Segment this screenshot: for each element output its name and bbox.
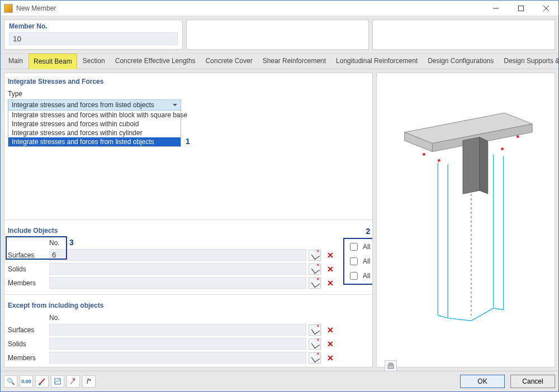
except-surfaces-input[interactable]	[49, 324, 306, 336]
delete-icon[interactable]: ✕	[324, 264, 337, 275]
tab-section[interactable]: Section	[78, 54, 110, 69]
tab-result-beam[interactable]: Result Beam	[29, 54, 77, 69]
tab-concrete-cover[interactable]: Concrete Cover	[201, 54, 257, 69]
member-no-input[interactable]	[9, 32, 178, 45]
svg-line-23	[55, 380, 60, 383]
svg-text:✕: ✕	[72, 377, 76, 382]
delete-icon[interactable]: ✕	[324, 278, 337, 289]
delete-icon[interactable]: ✕	[324, 250, 337, 261]
annotation-1: 1	[186, 137, 190, 146]
all-label: All	[363, 257, 370, 265]
type-option[interactable]: Integrate stresses and forces within cub…	[8, 119, 181, 128]
top-spacer-2	[372, 20, 555, 50]
include-no-header: No.	[49, 239, 306, 247]
toolbar-graphic-icon[interactable]	[51, 375, 64, 388]
app-icon	[4, 4, 13, 13]
svg-marker-7	[463, 137, 480, 194]
tab-main[interactable]: Main	[4, 54, 27, 69]
except-title: Except from including objects	[8, 302, 369, 309]
type-label: Type	[8, 90, 369, 98]
toolbar-clear-icon[interactable]: ✕	[67, 375, 80, 388]
pick-icon[interactable]	[309, 278, 321, 289]
except-solids-input[interactable]	[49, 338, 306, 350]
except-no-header: No.	[49, 314, 306, 322]
include-solids-input[interactable]	[49, 263, 306, 275]
include-row-label: Surfaces	[8, 251, 47, 259]
pick-icon[interactable]	[309, 324, 321, 336]
delete-icon[interactable]: ✕	[324, 338, 337, 350]
type-dropdown-list[interactable]: Integrate stresses and forces within blo…	[8, 111, 181, 147]
include-surfaces-input[interactable]	[49, 249, 306, 261]
type-option[interactable]: Integrate stresses and forces within cyl…	[8, 128, 181, 137]
except-row-label: Solids	[8, 340, 47, 348]
tab-concrete-effective-lengths[interactable]: Concrete Effective Lengths	[111, 54, 200, 69]
type-option[interactable]: Integrate stresses and forces from liste…	[8, 137, 181, 146]
type-dropdown[interactable]: Integrate stresses and forces from liste…	[8, 99, 181, 111]
toolbar-units-icon[interactable]: 0.00	[20, 375, 33, 388]
except-row-label: Members	[8, 354, 47, 362]
svg-point-15	[501, 147, 504, 150]
annotation-2: 2	[366, 227, 371, 236]
window-title: New Member	[16, 4, 483, 12]
annotation-3: 3	[69, 238, 74, 247]
maximize-button[interactable]	[508, 1, 533, 16]
all-surfaces-checkbox[interactable]	[350, 243, 358, 251]
type-option[interactable]: Integrate stresses and forces within blo…	[8, 111, 181, 119]
svg-point-17	[517, 135, 519, 138]
toolbar-help-icon[interactable]: 🔍	[4, 375, 17, 388]
include-title: Include Objects	[8, 227, 369, 235]
minimize-button[interactable]	[483, 1, 508, 16]
close-button[interactable]	[533, 1, 558, 16]
svg-rect-19	[389, 363, 392, 365]
all-label: All	[363, 272, 370, 280]
all-members-checkbox[interactable]	[350, 272, 358, 280]
tab-longitudinal-reinforcement[interactable]: Longitudinal Reinforcement	[331, 54, 422, 69]
svg-point-16	[423, 153, 425, 156]
svg-marker-8	[480, 137, 488, 194]
preview-3d[interactable]	[382, 79, 549, 358]
cancel-button[interactable]: Cancel	[510, 375, 555, 388]
integrate-title: Integrate Stresses and Forces	[8, 78, 369, 85]
pick-icon[interactable]	[309, 264, 321, 275]
delete-icon[interactable]: ✕	[324, 352, 337, 364]
all-label: All	[363, 243, 370, 251]
svg-point-21	[39, 383, 41, 385]
pick-icon[interactable]	[309, 338, 321, 350]
tab-shear-reinforcement[interactable]: Shear Reinforcement	[258, 54, 330, 69]
member-no-label: Member No.	[9, 22, 178, 30]
toolbar-function-icon[interactable]: f*	[82, 375, 96, 388]
except-members-input[interactable]	[49, 352, 306, 364]
except-row-label: Surfaces	[8, 326, 47, 334]
include-members-input[interactable]	[49, 277, 306, 289]
delete-icon[interactable]: ✕	[324, 324, 337, 336]
pick-icon[interactable]	[309, 352, 321, 364]
svg-line-20	[40, 379, 45, 384]
include-row-label: Members	[8, 279, 47, 287]
preview-tool-button[interactable]	[385, 360, 397, 371]
tab-design-supports-deflection[interactable]: Design Supports & Deflection	[499, 54, 559, 69]
pick-icon[interactable]	[309, 250, 321, 261]
top-spacer-1	[186, 20, 369, 50]
svg-point-14	[438, 159, 440, 162]
tab-design-configurations[interactable]: Design Configurations	[423, 54, 498, 69]
include-row-label: Solids	[8, 265, 47, 273]
ok-button[interactable]: OK	[460, 375, 505, 388]
svg-rect-1	[518, 6, 523, 11]
toolbar-member-icon[interactable]	[35, 375, 49, 388]
all-solids-checkbox[interactable]	[350, 257, 358, 265]
